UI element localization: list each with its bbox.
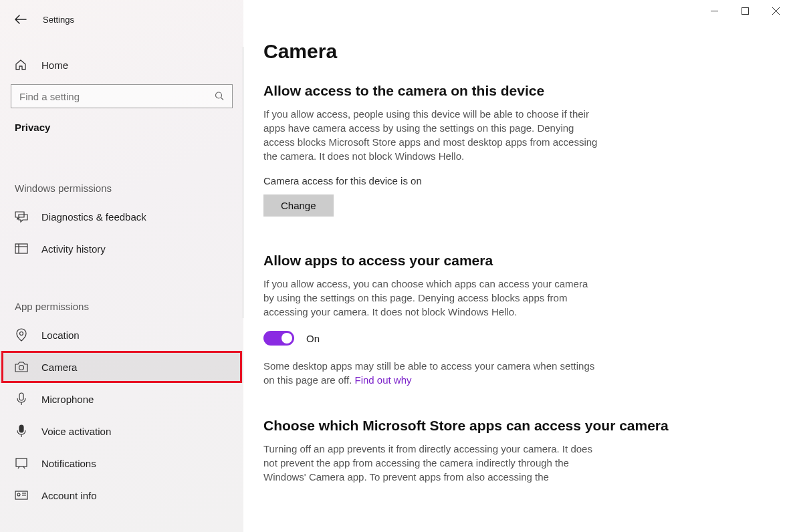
sidebar-item-label: Location — [41, 329, 80, 341]
location-icon — [15, 328, 28, 342]
svg-point-13 — [17, 493, 20, 496]
desktop-apps-note: Some desktop apps may still be able to a… — [263, 359, 598, 387]
section-title-store-apps: Choose which Microsoft Store apps can ac… — [263, 418, 771, 434]
sidebar: Settings Home Privacy Windows permission… — [0, 0, 243, 532]
sidebar-item-label: Diagnostics & feedback — [41, 211, 146, 223]
sidebar-item-label: Microphone — [41, 394, 94, 405]
app-title: Settings — [43, 15, 74, 25]
search-input[interactable] — [11, 84, 233, 108]
sidebar-item-label: Account info — [41, 490, 97, 501]
back-arrow-icon[interactable] — [15, 15, 27, 24]
microphone-icon — [15, 392, 28, 406]
section-desc-store-apps: Turning off an app prevents it from dire… — [263, 442, 598, 484]
sidebar-item-label: Camera — [41, 362, 77, 373]
svg-rect-11 — [16, 458, 27, 467]
sidebar-item-label: Notifications — [41, 458, 96, 469]
search-container — [0, 84, 243, 108]
minimize-button[interactable] — [699, 0, 729, 21]
group-header-app-permissions: App permissions — [0, 285, 243, 319]
sidebar-item-home[interactable]: Home — [0, 47, 243, 82]
maximize-button[interactable] — [729, 0, 760, 21]
section-title-app-access: Allow apps to access your camera — [263, 253, 771, 269]
section-desc-device-access: If you allow access, people using this d… — [263, 107, 598, 163]
sidebar-item-label: Activity history — [41, 243, 106, 255]
page-title: Camera — [263, 40, 771, 63]
device-access-status: Camera access for this device is on — [263, 175, 771, 186]
main-content: Camera Allow access to the camera on thi… — [243, 0, 791, 532]
group-header-windows-permissions: Windows permissions — [0, 166, 243, 201]
account-icon — [15, 489, 28, 502]
svg-point-6 — [19, 366, 24, 370]
current-section-label: Privacy — [0, 108, 243, 140]
sidebar-item-notifications[interactable]: Notifications — [0, 447, 243, 479]
notifications-icon — [15, 456, 28, 470]
camera-icon — [15, 360, 28, 374]
note-text: Some desktop apps may still be able to a… — [263, 360, 594, 386]
sidebar-item-label: Voice activation — [41, 426, 111, 437]
voice-icon — [15, 424, 28, 438]
app-access-toggle-row: On — [263, 331, 771, 346]
change-button[interactable]: Change — [263, 194, 334, 217]
home-label: Home — [41, 59, 68, 71]
app-access-toggle[interactable] — [263, 331, 294, 346]
close-button[interactable] — [760, 0, 791, 21]
svg-point-5 — [20, 332, 23, 336]
sidebar-header: Settings — [0, 8, 243, 31]
sidebar-item-voice-activation[interactable]: Voice activation — [0, 415, 243, 447]
feedback-icon — [15, 210, 28, 223]
sidebar-item-camera[interactable]: Camera — [0, 351, 243, 383]
sidebar-item-microphone[interactable]: Microphone — [0, 383, 243, 415]
sidebar-item-diagnostics[interactable]: Diagnostics & feedback — [0, 201, 243, 233]
toggle-state-label: On — [306, 333, 320, 344]
svg-rect-2 — [15, 244, 27, 253]
sidebar-item-location[interactable]: Location — [0, 319, 243, 351]
svg-rect-9 — [19, 425, 23, 432]
selection-highlight — [1, 351, 242, 383]
toggle-knob — [281, 333, 292, 344]
svg-rect-17 — [742, 7, 748, 14]
sidebar-item-activity-history[interactable]: Activity history — [0, 233, 243, 265]
section-desc-app-access: If you allow access, you can choose whic… — [263, 277, 598, 319]
find-out-why-link[interactable]: Find out why — [355, 374, 412, 386]
section-title-device-access: Allow access to the camera on this devic… — [263, 83, 771, 99]
history-icon — [15, 242, 28, 255]
home-icon — [15, 59, 28, 71]
window-controls — [699, 0, 791, 21]
sidebar-item-account-info[interactable]: Account info — [0, 479, 243, 511]
svg-rect-7 — [19, 393, 23, 400]
